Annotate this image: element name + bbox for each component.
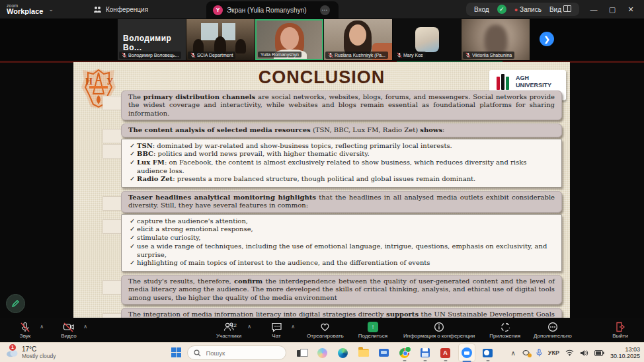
volume-icon[interactable] — [580, 349, 588, 357]
window-light — [201, 23, 218, 40]
chat-button[interactable]: Чат ∧ — [259, 322, 294, 339]
windows-taskbar: 1 17°C Mostly cloudy — [0, 342, 644, 362]
check-item: ✓TSN: dominated by war-related and show-… — [130, 142, 555, 151]
tray-chevron-icon[interactable]: ∧ — [511, 349, 516, 357]
wifi-icon[interactable] — [565, 349, 574, 356]
slide-block-row: ✓TSN: dominated by war-related and show-… — [121, 139, 562, 188]
person-silhouette — [235, 39, 246, 54]
close-button[interactable]: ✕ — [622, 0, 640, 18]
slide-block-row: The integration of media information lit… — [121, 308, 562, 318]
check-item: ✓stimulate curiosity, — [130, 234, 555, 242]
security-shield-icon[interactable]: ✓ — [497, 5, 506, 14]
check-item: ✓Radio Zet: presents a more balanced str… — [130, 175, 555, 184]
audio-menu-chevron[interactable]: ∧ — [40, 324, 44, 330]
tab-options-icon[interactable]: ⋯ — [320, 5, 330, 15]
react-button[interactable]: Отреагировать — [304, 322, 346, 339]
block-edge-tab — [102, 313, 122, 318]
clock-time: 13:03 — [610, 346, 640, 353]
person-portrait — [349, 24, 366, 46]
search-box[interactable] — [187, 345, 286, 360]
participant-name-label: Ruslana Kushniryk (Pa... — [325, 52, 388, 59]
record-dot-icon: ● — [514, 7, 518, 13]
profile-photo — [415, 27, 439, 52]
participant-tile[interactable]: SCIA Department — [186, 19, 255, 60]
tab-screen-share[interactable]: Y Экран (Yulia Romanyshyn) ⋯ — [206, 1, 339, 18]
participant-display-name: Володимир Во... — [123, 34, 186, 52]
language-indicator[interactable]: УКР — [548, 349, 559, 356]
leave-label: Выйти — [612, 333, 628, 339]
participant-name-label: Yulia Romanyshyn — [258, 52, 302, 57]
more-button[interactable]: Дополнительно — [531, 322, 575, 339]
check-icon: ✓ — [130, 159, 135, 167]
taskbar-apps: A — [294, 344, 496, 362]
clock[interactable]: 13:03 30.10.2025 — [610, 346, 640, 359]
minimize-button[interactable]: — — [584, 0, 603, 18]
participant-tile-active-speaker[interactable]: Yulia Romanyshyn — [255, 19, 323, 60]
outlook-icon[interactable] — [480, 344, 496, 361]
meeting-info-button[interactable]: Информация о конференции — [401, 322, 477, 339]
tab-meeting[interactable]: Конференция — [85, 0, 156, 18]
taskbar-center: A — [171, 344, 496, 362]
audio-button[interactable]: Звук ∧ — [8, 322, 42, 339]
block-edge-tab — [102, 196, 122, 211]
participants-strip: Володимир Во... Володимир Воловець... SC… — [0, 18, 644, 61]
audio-label: Звук — [20, 333, 30, 339]
zoom-workplace-logo[interactable]: zoom Workplace ⌄ — [7, 3, 54, 15]
leave-button[interactable]: Выйти — [603, 322, 637, 339]
check-item: ✓capture the audience's attention, — [130, 217, 555, 226]
participant-tile[interactable]: Viktoriia Shabunina — [462, 19, 530, 60]
battery-icon[interactable] — [594, 350, 604, 356]
participant-tile[interactable]: Ruslana Kushniryk (Pa... — [324, 19, 392, 60]
file-explorer-icon[interactable] — [356, 344, 372, 361]
view-button[interactable]: Вид — [549, 5, 571, 13]
search-input[interactable] — [205, 349, 267, 357]
block-edge-tab — [102, 219, 122, 234]
clock-date: 30.10.2025 — [610, 353, 640, 359]
acrobat-icon[interactable]: A — [438, 344, 454, 361]
tab-meeting-label: Конференция — [106, 6, 148, 13]
check-icon: ✓ — [130, 175, 135, 184]
react-label: Отреагировать — [307, 333, 344, 339]
slide-block: The study's results, therefore, confirm … — [121, 275, 562, 305]
slide-block: ✓TSN: dominated by war-related and show-… — [121, 139, 562, 188]
start-button[interactable] — [171, 347, 182, 358]
zoom-app-icon[interactable] — [458, 344, 475, 362]
task-view-button[interactable] — [294, 344, 310, 361]
agh-name-line1: AGH University — [516, 75, 563, 89]
people-icon — [93, 6, 102, 13]
apps-button[interactable]: Приложения — [487, 322, 523, 339]
chrome-icon[interactable] — [397, 344, 413, 361]
weather-widget[interactable]: 1 17°C Mostly cloudy — [5, 346, 56, 359]
slide-blocks: The primary distribution channels are so… — [73, 90, 570, 318]
video-button[interactable]: Видео ∧ — [52, 322, 86, 339]
login-button[interactable]: Вход — [474, 6, 489, 13]
check-icon: ✓ — [130, 234, 135, 242]
floppy-app-icon[interactable] — [417, 344, 433, 361]
edge-icon[interactable] — [335, 344, 351, 361]
slide-block-row: The study's results, therefore, confirm … — [121, 275, 562, 305]
muted-mic-icon — [190, 52, 196, 58]
participant-tile[interactable]: Володимир Во... Володимир Воловець... — [118, 19, 186, 60]
participants-menu-chevron[interactable]: ∧ — [247, 324, 251, 330]
emblem-letter-right: У — [106, 77, 113, 87]
view-label: Вид — [549, 6, 561, 13]
record-indicator[interactable]: ●Запись — [514, 6, 542, 13]
chat-label: Чат — [272, 333, 280, 339]
sync-icon[interactable] — [522, 349, 530, 357]
maximize-button[interactable]: ▢ — [603, 0, 622, 18]
video-menu-chevron[interactable]: ∧ — [83, 324, 87, 330]
next-participants-button[interactable]: ❯ — [540, 32, 554, 46]
share-screen-button[interactable]: ↑ Поделиться — [356, 322, 390, 339]
annotation-pencil-button[interactable] — [6, 294, 25, 313]
copilot-icon[interactable] — [315, 344, 331, 361]
participants-button[interactable]: Участники 12 ∧ — [212, 322, 246, 339]
participant-tile[interactable]: Mary Kos — [393, 19, 461, 60]
block-edge-tab — [102, 280, 122, 295]
chat-menu-chevron[interactable]: ∧ — [291, 324, 295, 330]
pc-app-icon[interactable] — [376, 344, 392, 361]
muted-mic-icon — [122, 52, 127, 58]
apps-label: Приложения — [489, 333, 520, 339]
tray-mic-icon[interactable] — [536, 349, 542, 357]
person-portrait — [280, 27, 299, 50]
tab-screen-label: Экран (Yulia Romanyshyn) — [227, 7, 306, 14]
